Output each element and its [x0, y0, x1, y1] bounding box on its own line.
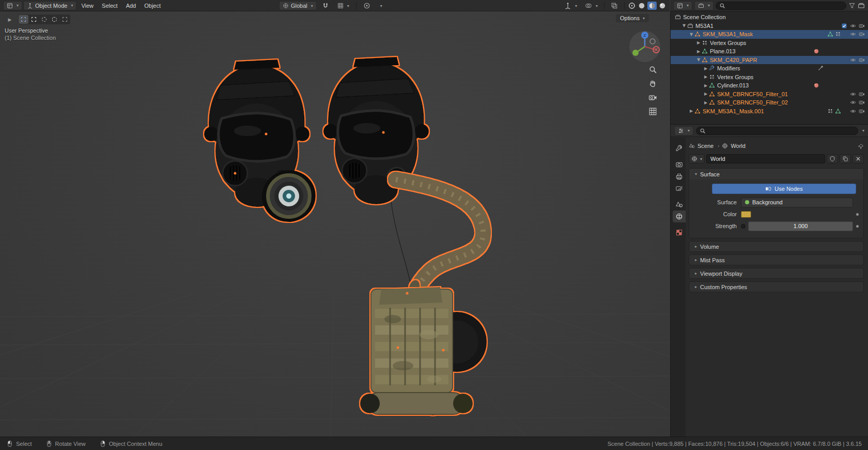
menu-object[interactable]: Object — [141, 2, 164, 10]
snap-toggle[interactable] — [319, 1, 332, 10]
pan-hand-icon[interactable] — [648, 79, 657, 88]
gizmo-dropdown[interactable]: ▾ — [561, 1, 580, 10]
tab-scene[interactable] — [673, 199, 686, 211]
hide-eye-icon[interactable] — [850, 57, 856, 63]
scene-render[interactable] — [0, 11, 670, 437]
proportional-falloff-dropdown[interactable]: ▾ — [376, 3, 385, 9]
disclosure-down-icon[interactable]: ▼ — [695, 57, 702, 62]
new-copy-button[interactable] — [840, 154, 851, 163]
menu-view[interactable]: View — [78, 2, 97, 10]
unlink-button[interactable] — [853, 154, 864, 163]
tab-tool[interactable] — [673, 143, 686, 155]
volume-panel-header[interactable]: ▸ Volume — [689, 241, 864, 252]
properties-search[interactable] — [696, 127, 858, 135]
disclosure-down-icon[interactable]: ▼ — [688, 32, 694, 37]
select-extra-button[interactable] — [60, 15, 70, 24]
disable-render-icon[interactable] — [859, 57, 865, 63]
shading-material-button[interactable] — [647, 2, 657, 10]
outliner-item-modifiers[interactable]: ▶ Modifiers — [671, 64, 868, 73]
outliner-item-filter02[interactable]: ▶ SKM_CBRNCF50_Filter_02 — [671, 98, 868, 107]
shading-rendered-button[interactable] — [658, 2, 667, 10]
hide-eye-icon[interactable] — [850, 108, 856, 114]
disable-render-icon[interactable] — [859, 23, 865, 29]
hose[interactable] — [396, 179, 483, 305]
disclosure-down-icon[interactable]: ▼ — [681, 23, 687, 28]
papr-pouch[interactable] — [360, 280, 487, 417]
editor-type-selector[interactable]: ▾ — [3, 1, 22, 10]
tab-world[interactable] — [673, 211, 686, 222]
disclosure-right-icon[interactable]: ▶ — [703, 100, 709, 105]
custom-properties-panel-header[interactable]: ▸ Custom Properties — [689, 281, 864, 292]
tab-output[interactable] — [673, 171, 686, 183]
outliner-item-cylinder013[interactable]: ▶ Cylinder.013 — [671, 81, 868, 90]
hide-eye-icon[interactable] — [850, 91, 856, 97]
menu-add[interactable]: Add — [122, 2, 140, 10]
shading-wireframe-button[interactable] — [628, 2, 636, 10]
outliner-item-skm-c420-papr[interactable]: ▼ SKM_C420_PAPR — [671, 56, 868, 65]
use-nodes-button[interactable]: Use Nodes — [712, 184, 856, 194]
select-box-button[interactable] — [29, 15, 39, 24]
tab-texture[interactable] — [673, 227, 686, 238]
hide-eye-icon[interactable] — [850, 31, 856, 37]
surface-shader-dropdown[interactable]: Background — [741, 198, 853, 207]
select-lasso-button[interactable] — [50, 15, 59, 24]
outliner-display-mode[interactable]: ▾ — [694, 1, 714, 10]
proportional-editing-toggle[interactable] — [360, 1, 374, 10]
tab-render[interactable] — [673, 159, 686, 171]
xray-toggle[interactable] — [608, 1, 621, 10]
outliner-item-mask001[interactable]: ▶ SKM_M53A1_Mask.001 — [671, 107, 868, 116]
outliner-search-input[interactable] — [727, 3, 843, 9]
tab-view-layer[interactable] — [673, 183, 686, 194]
outliner-item-vertex-groups[interactable]: ▶ Vertex Groups — [671, 39, 868, 48]
outliner-item-vertex-groups-2[interactable]: ▶ Vertex Groups — [671, 73, 868, 82]
gas-mask-left[interactable] — [204, 59, 320, 227]
options-button[interactable]: Options ▾ — [616, 14, 649, 22]
mist-pass-panel-header[interactable]: ▸ Mist Pass — [689, 254, 864, 265]
disable-render-icon[interactable] — [859, 91, 865, 97]
3d-viewport[interactable]: ▶ User Perspective (1) Scene Collection … — [0, 11, 670, 437]
fake-user-button[interactable] — [827, 154, 838, 163]
outliner-item-filter01[interactable]: ▶ SKM_CBRNCF50_Filter_01 — [671, 90, 868, 99]
properties-search-input[interactable] — [708, 128, 855, 134]
mode-selector[interactable]: Object Mode ▾ — [23, 1, 76, 10]
world-browse-button[interactable]: ▾ — [689, 154, 705, 163]
animate-dot-icon[interactable] — [856, 213, 859, 216]
disclosure-right-icon[interactable]: ▶ — [695, 49, 702, 54]
world-name-field[interactable]: World — [706, 154, 825, 163]
disclosure-right-icon[interactable]: ▶ — [695, 40, 702, 45]
strength-slider[interactable]: 1.000 — [748, 221, 853, 231]
outliner-item-plane013[interactable]: ▶ Plane.013 — [671, 47, 868, 56]
gizmo-y-axis[interactable] — [632, 50, 639, 56]
disable-render-icon[interactable] — [859, 99, 865, 106]
animate-dot-icon[interactable] — [856, 225, 859, 228]
overlays-dropdown[interactable]: ▾ — [582, 1, 601, 10]
disclosure-right-icon[interactable]: ▶ — [703, 66, 709, 71]
pin-icon[interactable] — [858, 143, 864, 149]
world-color-swatch[interactable] — [741, 211, 751, 218]
hide-eye-icon[interactable] — [850, 99, 856, 106]
disclosure-right-icon[interactable]: ▶ — [703, 92, 709, 96]
checkbox-icon[interactable] — [841, 23, 847, 29]
snap-settings-dropdown[interactable]: ▾ — [334, 2, 352, 10]
transform-orientation-dropdown[interactable]: Global ▾ — [279, 1, 317, 10]
breadcrumb-scene[interactable]: Scene — [698, 143, 714, 149]
new-collection-icon[interactable] — [858, 2, 865, 9]
viewport-display-panel-header[interactable]: ▸ Viewport Display — [689, 268, 864, 279]
hide-eye-icon[interactable] — [850, 23, 856, 29]
select-circle-button[interactable] — [39, 15, 49, 24]
disclosure-right-icon[interactable]: ▶ — [703, 83, 709, 88]
shading-solid-button[interactable] — [638, 2, 646, 10]
surface-panel-header[interactable]: ▾ Surface — [689, 169, 863, 179]
navigation-gizmo[interactable]: Z — [628, 30, 661, 63]
outliner-root-row[interactable]: Scene Collection — [671, 13, 868, 22]
disable-render-icon[interactable] — [859, 31, 865, 37]
toolbar-toggle[interactable]: ▶ — [4, 15, 14, 24]
outliner-item-skm-m53a1-mask[interactable]: ▼ SKM_M53A1_Mask — [671, 30, 868, 39]
toggle-ortho-icon[interactable] — [648, 107, 657, 116]
breadcrumb-world[interactable]: World — [731, 143, 746, 149]
select-tweak-button[interactable] — [19, 15, 28, 24]
filter-icon[interactable] — [848, 2, 856, 9]
outliner-search[interactable] — [716, 2, 846, 10]
camera-view-icon[interactable] — [648, 93, 657, 102]
outliner-item-m53a1[interactable]: ▼ M53A1 — [671, 22, 868, 31]
